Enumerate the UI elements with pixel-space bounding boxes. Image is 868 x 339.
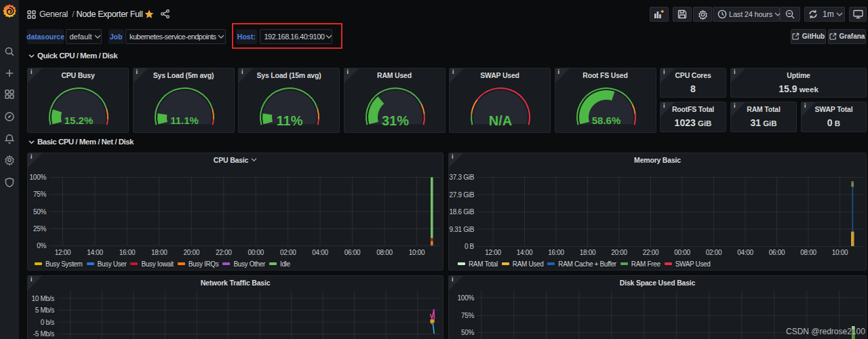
svg-text:12:00: 12:00 [485, 249, 501, 256]
svg-text:14:00: 14:00 [87, 249, 103, 256]
svg-text:0 b/s: 0 b/s [41, 319, 54, 326]
svg-text:14:00: 14:00 [517, 249, 533, 256]
svg-text:00:00: 00:00 [248, 249, 264, 256]
svg-text:75%: 75% [461, 312, 475, 319]
svg-text:25%: 25% [33, 224, 47, 232]
svg-text:10:00: 10:00 [832, 249, 848, 256]
svg-text:100%: 100% [458, 294, 475, 302]
svg-text:31%: 31% [381, 113, 408, 128]
svg-text:08:00: 08:00 [800, 249, 816, 256]
svg-text:10 Mb/s: 10 Mb/s [32, 295, 55, 302]
svg-text:04:00: 04:00 [737, 249, 753, 256]
svg-text:02:00: 02:00 [706, 249, 722, 256]
svg-text:18:00: 18:00 [580, 249, 596, 256]
svg-text:08:00: 08:00 [376, 249, 393, 256]
svg-text:100%: 100% [30, 174, 47, 181]
svg-text:9.31 GiB: 9.31 GiB [449, 225, 474, 233]
svg-text:37.3 GiB: 37.3 GiB [449, 174, 474, 181]
svg-text:5 Mb/s: 5 Mb/s [35, 306, 55, 314]
svg-text:10:00: 10:00 [409, 249, 425, 256]
svg-text:58.6%: 58.6% [591, 115, 620, 126]
svg-text:16:00: 16:00 [119, 249, 136, 256]
svg-text:50%: 50% [33, 207, 47, 215]
svg-text:22:00: 22:00 [216, 249, 232, 256]
svg-text:15.2%: 15.2% [64, 115, 94, 126]
svg-text:27.9 GiB: 27.9 GiB [449, 191, 474, 198]
svg-text:22:00: 22:00 [643, 249, 659, 256]
svg-text:16:00: 16:00 [548, 249, 564, 256]
svg-text:06:00: 06:00 [769, 249, 785, 256]
svg-text:75%: 75% [33, 191, 47, 198]
svg-text:50%: 50% [461, 329, 475, 336]
svg-text:20:00: 20:00 [184, 249, 200, 256]
svg-text:0 B: 0 B [465, 243, 475, 250]
svg-text:00:00: 00:00 [674, 249, 690, 256]
svg-text:04:00: 04:00 [312, 249, 328, 256]
svg-text:0%: 0% [37, 242, 46, 250]
svg-text:N/A: N/A [489, 113, 512, 128]
svg-text:02:00: 02:00 [280, 249, 296, 256]
svg-text:18:00: 18:00 [151, 249, 167, 256]
svg-text:11.1%: 11.1% [170, 115, 199, 126]
svg-text:11%: 11% [277, 113, 303, 128]
svg-text:20:00: 20:00 [611, 249, 627, 256]
svg-text:18.6 GiB: 18.6 GiB [449, 208, 474, 216]
svg-text:06:00: 06:00 [344, 249, 361, 256]
svg-text:-5 Mb/s: -5 Mb/s [33, 330, 55, 338]
svg-text:12:00: 12:00 [55, 249, 71, 256]
